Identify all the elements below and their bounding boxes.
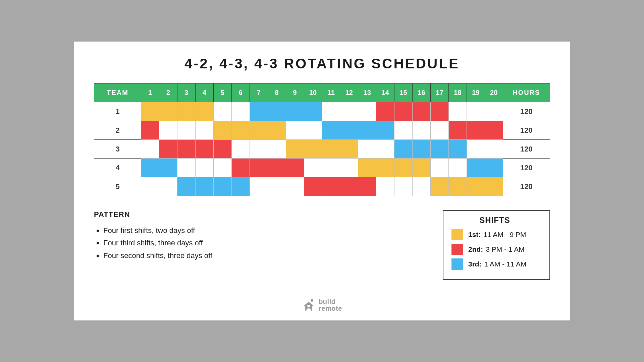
col-header-day: 7	[250, 83, 268, 102]
list-item: Four third shifts, three days off	[103, 237, 212, 249]
shift-cell	[141, 140, 159, 159]
document-frame: 4-2, 4-3, 4-3 ROTATING SCHEDULE TEAM1234…	[74, 42, 570, 320]
shift-cell	[413, 121, 431, 140]
pattern-list: Four first shifts, two days offFour thir…	[94, 224, 212, 262]
shift-cell	[304, 177, 322, 196]
shift-cell	[358, 102, 376, 121]
schedule-table: TEAM1234567891011121314151617181920HOURS…	[94, 83, 550, 196]
shift-cell	[231, 102, 250, 121]
shift-cell	[448, 159, 467, 177]
shift-cell	[250, 102, 268, 121]
shift-cell	[413, 177, 431, 196]
shift-cell	[141, 102, 159, 121]
shift-cell	[485, 121, 503, 140]
col-header-day: 19	[467, 83, 485, 102]
table-row: 2120	[94, 121, 550, 140]
shift-cell	[195, 140, 213, 159]
shift-cell	[467, 121, 485, 140]
shift-cell	[231, 177, 250, 196]
shift-cell	[304, 140, 322, 159]
col-header-day: 12	[340, 83, 358, 102]
shift-cell	[448, 177, 467, 196]
svg-point-1	[307, 305, 310, 307]
shift-cell	[304, 121, 322, 140]
shift-cell	[213, 102, 231, 121]
shift-cell	[304, 159, 322, 177]
col-header-day: 8	[268, 83, 286, 102]
shift-cell	[286, 102, 304, 121]
col-header-day: 9	[286, 83, 304, 102]
shift-cell	[376, 140, 394, 159]
brand-line1: build	[319, 298, 342, 305]
table-row: 5120	[94, 177, 550, 196]
col-header-day: 4	[195, 83, 213, 102]
col-header-day: 16	[413, 83, 431, 102]
shift-cell	[467, 177, 485, 196]
team-cell: 2	[94, 121, 141, 140]
pattern-heading: PATTERN	[94, 210, 212, 219]
shift-cell	[376, 177, 394, 196]
col-header-day: 3	[177, 83, 196, 102]
shift-cell	[430, 121, 448, 140]
shift-cell	[430, 177, 448, 196]
shift-cell	[485, 177, 503, 196]
list-item: Four second shifts, three days off	[103, 249, 212, 262]
shift-cell	[195, 177, 213, 196]
shift-cell	[213, 177, 231, 196]
shift-cell	[467, 159, 485, 177]
shift-cell	[322, 121, 340, 140]
col-header-day: 1	[141, 83, 159, 102]
shift-cell	[448, 140, 467, 159]
col-header-day: 17	[430, 83, 448, 102]
table-row: 4120	[94, 159, 550, 177]
legend-label: 2nd: 3 PM - 1 AM	[468, 245, 525, 253]
legend-swatch	[451, 258, 463, 270]
col-header-team: TEAM	[94, 83, 141, 102]
shift-cell	[485, 140, 503, 159]
shift-cell	[358, 159, 376, 177]
shift-cell	[268, 121, 286, 140]
legend-swatch	[451, 229, 463, 240]
shift-cell	[250, 177, 268, 196]
table-row: 3120	[94, 140, 550, 159]
shift-cell	[304, 102, 322, 121]
shift-cell	[213, 121, 231, 140]
shift-cell	[340, 102, 358, 121]
shift-cell	[195, 121, 213, 140]
shift-cell	[448, 121, 467, 140]
table-header-row: TEAM1234567891011121314151617181920HOURS	[94, 83, 550, 102]
col-header-day: 2	[159, 83, 177, 102]
shift-cell	[250, 159, 268, 177]
shift-cell	[340, 140, 358, 159]
col-header-hours: HOURS	[503, 83, 550, 102]
brand-logo: build remote	[302, 298, 342, 312]
shift-cell	[213, 140, 231, 159]
shift-cell	[413, 159, 431, 177]
col-header-day: 13	[358, 83, 376, 102]
shift-cell	[485, 159, 503, 177]
col-header-day: 14	[376, 83, 394, 102]
shift-cell	[322, 140, 340, 159]
legend-heading: SHIFTS	[451, 216, 538, 225]
shift-cell	[268, 159, 286, 177]
shift-cell	[467, 102, 485, 121]
shift-cell	[268, 102, 286, 121]
legend-swatch	[451, 244, 463, 255]
bottom-section: PATTERN Four first shifts, two days offF…	[94, 210, 550, 280]
shift-cell	[376, 102, 394, 121]
shift-cell	[394, 102, 413, 121]
shift-cell	[177, 121, 196, 140]
shift-cell	[430, 159, 448, 177]
hours-cell: 120	[503, 177, 550, 196]
col-header-day: 15	[394, 83, 413, 102]
shift-cell	[177, 159, 196, 177]
shift-cell	[376, 121, 394, 140]
shift-cell	[177, 140, 196, 159]
brand-text: build remote	[319, 298, 342, 312]
shift-cell	[358, 177, 376, 196]
col-header-day: 20	[485, 83, 503, 102]
shift-cell	[231, 159, 250, 177]
shift-cell	[358, 121, 376, 140]
shift-cell	[394, 140, 413, 159]
shift-cell	[250, 121, 268, 140]
